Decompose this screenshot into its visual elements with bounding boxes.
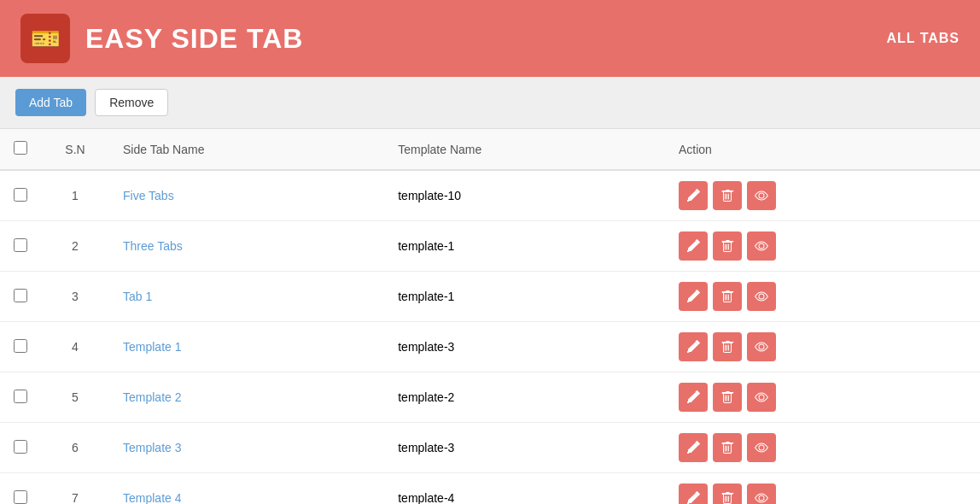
edit-button[interactable]: [679, 483, 708, 504]
tabs-table: S.N Side Tab Name Template Name Action 1…: [0, 129, 980, 504]
row-side-tab-name: Template 4: [109, 473, 384, 505]
edit-button[interactable]: [679, 231, 708, 261]
trash-icon: [720, 390, 734, 404]
delete-button[interactable]: [713, 282, 742, 311]
action-buttons: [679, 383, 966, 412]
row-checkbox[interactable]: [14, 440, 27, 454]
tab-name-link[interactable]: Template 2: [123, 390, 181, 404]
row-checkbox[interactable]: [14, 188, 27, 202]
tab-name-link[interactable]: Template 1: [123, 340, 181, 354]
trash-icon: [720, 441, 734, 454]
row-side-tab-name: Template 3: [109, 423, 384, 473]
add-tab-button[interactable]: Add Tab: [15, 89, 86, 116]
tab-name-link[interactable]: Template 4: [123, 491, 181, 504]
edit-button[interactable]: [679, 383, 708, 412]
view-button[interactable]: [747, 231, 776, 261]
eye-icon: [755, 441, 768, 454]
table-row: 5 Template 2 template-2: [0, 372, 980, 423]
row-checkbox-cell: [0, 372, 41, 423]
edit-button[interactable]: [679, 282, 708, 311]
trash-icon: [720, 491, 734, 504]
delete-button[interactable]: [713, 483, 742, 504]
trash-icon: [720, 340, 734, 354]
row-checkbox[interactable]: [14, 289, 27, 302]
edit-icon: [686, 189, 700, 202]
eye-icon: [755, 290, 768, 303]
tab-name-link[interactable]: Template 3: [123, 441, 181, 454]
app-title: EASY SIDE TAB: [85, 23, 303, 55]
row-checkbox[interactable]: [14, 490, 27, 504]
table-body: 1 Five Tabs template-10: [0, 170, 980, 504]
row-checkbox-cell: [0, 221, 41, 272]
row-checkbox[interactable]: [14, 390, 27, 403]
table-header: S.N Side Tab Name Template Name Action: [0, 129, 980, 170]
table-row: 3 Tab 1 template-1: [0, 272, 980, 322]
edit-button[interactable]: [679, 332, 708, 361]
edit-button[interactable]: [679, 433, 708, 462]
row-checkbox[interactable]: [14, 339, 27, 353]
row-checkbox-cell: [0, 423, 41, 473]
trash-icon: [720, 189, 734, 202]
row-sn: 1: [41, 170, 109, 221]
eye-icon: [755, 239, 768, 253]
view-button[interactable]: [747, 433, 776, 462]
header-sn: S.N: [41, 129, 109, 170]
row-template-name: template-1: [384, 221, 665, 272]
tab-name-link[interactable]: Five Tabs: [123, 189, 174, 202]
row-side-tab-name: Three Tabs: [109, 221, 384, 272]
header-side-tab-name: Side Tab Name: [109, 129, 384, 170]
action-buttons: [679, 332, 966, 361]
row-checkbox[interactable]: [14, 238, 27, 252]
row-action-cell: [665, 272, 980, 322]
edit-icon: [686, 340, 700, 354]
tab-name-link[interactable]: Tab 1: [123, 290, 152, 303]
row-action-cell: [665, 372, 980, 423]
edit-icon: [686, 390, 700, 404]
delete-button[interactable]: [713, 231, 742, 261]
row-action-cell: [665, 221, 980, 272]
row-sn: 5: [41, 372, 109, 423]
eye-icon: [755, 491, 768, 504]
row-sn: 2: [41, 221, 109, 272]
table-row: 7 Template 4 template-4: [0, 473, 980, 505]
header-template-name: Template Name: [384, 129, 665, 170]
row-sn: 7: [41, 473, 109, 505]
row-sn: 3: [41, 272, 109, 322]
row-checkbox-cell: [0, 272, 41, 322]
header: 🎫 EASY SIDE TAB ALL TABS: [0, 0, 980, 77]
action-buttons: [679, 231, 966, 261]
edit-icon: [686, 290, 700, 303]
delete-button[interactable]: [713, 332, 742, 361]
edit-button[interactable]: [679, 181, 708, 210]
row-action-cell: [665, 473, 980, 505]
remove-button[interactable]: Remove: [95, 89, 168, 116]
delete-button[interactable]: [713, 433, 742, 462]
row-sn: 6: [41, 423, 109, 473]
row-sn: 4: [41, 322, 109, 372]
row-side-tab-name: Template 1: [109, 322, 384, 372]
row-template-name: template-3: [384, 322, 665, 372]
action-buttons: [679, 483, 966, 504]
table-container: S.N Side Tab Name Template Name Action 1…: [0, 129, 980, 504]
table-row: 6 Template 3 template-3: [0, 423, 980, 473]
edit-icon: [686, 491, 700, 504]
view-button[interactable]: [747, 282, 776, 311]
delete-button[interactable]: [713, 181, 742, 210]
view-button[interactable]: [747, 483, 776, 504]
select-all-checkbox[interactable]: [14, 141, 27, 155]
header-left: 🎫 EASY SIDE TAB: [20, 14, 303, 63]
eye-icon: [755, 189, 768, 202]
delete-button[interactable]: [713, 383, 742, 412]
eye-icon: [755, 390, 768, 404]
tab-name-link[interactable]: Three Tabs: [123, 239, 183, 253]
header-action: Action: [665, 129, 980, 170]
edit-icon: [686, 239, 700, 253]
action-buttons: [679, 181, 966, 210]
view-button[interactable]: [747, 181, 776, 210]
trash-icon: [720, 239, 734, 253]
row-template-name: template-1: [384, 272, 665, 322]
view-button[interactable]: [747, 383, 776, 412]
row-action-cell: [665, 170, 980, 221]
view-button[interactable]: [747, 332, 776, 361]
action-buttons: [679, 282, 966, 311]
